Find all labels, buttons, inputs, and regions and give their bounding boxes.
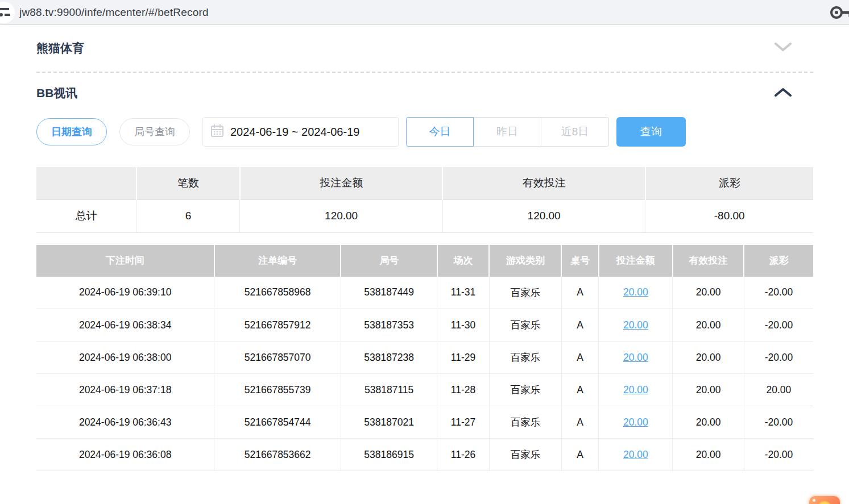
table-row: 2024-06-19 06:38:34 521667857912 5381873… — [36, 309, 813, 341]
session: 11-29 — [437, 341, 490, 374]
round-id: 538187115 — [341, 374, 437, 406]
table-row: 2024-06-19 06:37:18 521667855739 5381871… — [36, 374, 813, 406]
bet-record-page: 熊猫体育 BB视讯 日期查询 局号查询 — [0, 25, 849, 471]
game-type: 百家乐 — [489, 374, 561, 406]
table-no: A — [561, 374, 599, 406]
summary-total-row: 总计 6 120.00 120.00 -80.00 — [36, 199, 813, 232]
table-no: A — [561, 439, 599, 471]
table-no: A — [561, 406, 599, 439]
summary-header-blank — [36, 167, 136, 199]
floating-service-widget[interactable] — [809, 496, 840, 504]
bet-time: 2024-06-19 06:38:00 — [36, 341, 214, 374]
bet-id: 521667857070 — [214, 341, 341, 374]
section-title-panda: 熊猫体育 — [36, 40, 84, 56]
bet-time: 2024-06-19 06:36:43 — [36, 406, 214, 439]
col-header-bet-amount: 投注金额 — [599, 245, 673, 277]
col-header-bet-time: 下注时间 — [36, 245, 214, 277]
bet-amount-link[interactable]: 20.00 — [623, 319, 648, 331]
col-header-payout: 派彩 — [744, 245, 813, 277]
game-type: 百家乐 — [489, 341, 561, 374]
url-text[interactable]: jw88.tv:9900/infe/mcenter/#/betRecord — [19, 6, 209, 19]
game-type: 百家乐 — [489, 406, 561, 439]
section-bb-video[interactable]: BB视讯 — [36, 73, 813, 98]
bet-id: 521667857912 — [214, 309, 341, 341]
table-no: A — [561, 309, 599, 341]
game-type: 百家乐 — [489, 439, 561, 471]
session: 11-30 — [437, 309, 490, 341]
col-header-bet-id: 注单编号 — [214, 245, 341, 277]
session: 11-27 — [437, 406, 490, 439]
section-title-bb: BB视讯 — [36, 85, 77, 101]
col-header-game-type: 游戏类别 — [489, 245, 561, 277]
summary-table: 笔数 投注金额 有效投注 派彩 总计 6 120.00 120.00 -80.0… — [36, 167, 813, 233]
table-no: A — [561, 341, 599, 374]
bet-amount-link[interactable]: 20.00 — [623, 286, 648, 298]
summary-count: 6 — [136, 199, 240, 232]
payout-value: -20.00 — [744, 341, 813, 374]
session: 11-28 — [437, 374, 490, 406]
payout-value: 20.00 — [744, 374, 813, 406]
date-query-tab[interactable]: 日期查询 — [36, 118, 107, 145]
session: 11-31 — [437, 277, 490, 309]
chevron-up-icon[interactable] — [775, 88, 792, 99]
browser-url-bar[interactable]: jw88.tv:9900/infe/mcenter/#/betRecord — [0, 0, 849, 25]
table-row: 2024-06-19 06:38:00 521667857070 5381872… — [36, 341, 813, 374]
summary-header-valid-bet: 有效投注 — [442, 167, 645, 199]
col-header-valid-bet: 有效投注 — [673, 245, 744, 277]
sparkle-icon — [813, 499, 815, 502]
bet-table-header-row: 下注时间 注单编号 局号 场次 游戏类别 桌号 投注金额 有效投注 派彩 — [36, 245, 813, 277]
key-icon[interactable] — [829, 5, 849, 23]
bet-id: 521667855739 — [214, 374, 341, 406]
bet-amount-link[interactable]: 20.00 — [623, 449, 648, 460]
valid-bet: 20.00 — [673, 439, 744, 471]
section-panda-sports[interactable]: 熊猫体育 — [36, 25, 813, 73]
payout-value: -80.00 — [645, 199, 813, 232]
bet-time: 2024-06-19 06:38:34 — [36, 309, 214, 341]
quick-range-group: 今日 昨日 近8日 — [406, 117, 609, 147]
valid-bet: 20.00 — [673, 374, 744, 406]
summary-valid-bet: 120.00 — [442, 199, 645, 232]
round-id: 538187353 — [341, 309, 437, 341]
bet-amount-link[interactable]: 20.00 — [623, 352, 648, 363]
site-favicon-icon — [0, 2, 15, 23]
valid-bet: 20.00 — [673, 277, 744, 309]
valid-bet: 20.00 — [673, 309, 744, 341]
payout-value: -20.00 — [744, 439, 813, 471]
bet-id: 521667858968 — [214, 277, 341, 309]
bet-amount-link[interactable]: 20.00 — [623, 416, 648, 428]
coin-glow-icon — [817, 501, 832, 504]
game-type: 百家乐 — [489, 309, 561, 341]
table-no: A — [561, 277, 599, 309]
valid-bet: 20.00 — [673, 341, 744, 374]
table-row: 2024-06-19 06:36:43 521667854744 5381870… — [36, 406, 813, 439]
table-row: 2024-06-19 06:36:08 521667853662 5381869… — [36, 439, 813, 471]
search-button[interactable]: 查询 — [616, 117, 686, 147]
quick-range-today[interactable]: 今日 — [406, 117, 474, 147]
session: 11-26 — [437, 439, 490, 471]
game-type: 百家乐 — [489, 277, 561, 309]
bet-time: 2024-06-19 06:39:10 — [36, 277, 214, 309]
chevron-down-icon[interactable] — [775, 43, 792, 54]
bet-amount-link[interactable]: 20.00 — [623, 384, 648, 395]
round-query-tab[interactable]: 局号查询 — [119, 118, 190, 145]
summary-header-bet-amount: 投注金额 — [240, 167, 443, 199]
col-header-round-id: 局号 — [341, 245, 437, 277]
bet-record-table: 下注时间 注单编号 局号 场次 游戏类别 桌号 投注金额 有效投注 派彩 202… — [36, 245, 813, 472]
bet-id: 521667853662 — [214, 439, 341, 471]
summary-header-count: 笔数 — [136, 167, 240, 199]
payout-value: -20.00 — [744, 309, 813, 341]
valid-bet: 20.00 — [673, 406, 744, 439]
col-header-table-no: 桌号 — [561, 245, 599, 277]
quick-range-yesterday[interactable]: 昨日 — [474, 117, 541, 147]
round-id: 538187238 — [341, 341, 437, 374]
summary-bet-amount: 120.00 — [240, 199, 443, 232]
calendar-icon — [211, 124, 223, 140]
table-row: 2024-06-19 06:39:10 521667858968 5381874… — [36, 277, 813, 309]
payout-value: -20.00 — [744, 406, 813, 439]
date-range-input[interactable]: 2024-06-19 ~ 2024-06-19 — [202, 117, 399, 147]
bet-id: 521667854744 — [214, 406, 341, 439]
summary-header-payout: 派彩 — [645, 167, 813, 199]
col-header-session: 场次 — [437, 245, 490, 277]
round-id: 538187021 — [341, 406, 437, 439]
quick-range-last8days[interactable]: 近8日 — [541, 117, 609, 147]
